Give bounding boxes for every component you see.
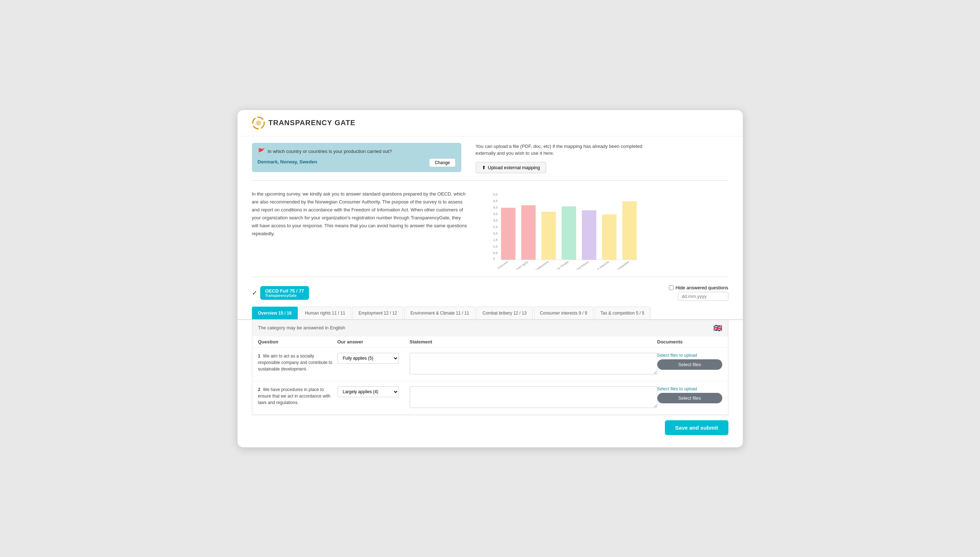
bottom-bar: Save and submit <box>238 415 743 436</box>
x-label-overview: Overview <box>497 260 509 269</box>
answer-select-2[interactable]: Fully applies (5) Largely applies (4) Pa… <box>338 386 399 397</box>
country-banner-inner: Denmark, Norway, Sweden Change <box>258 157 455 167</box>
uk-flag-icon: 🇬🇧 <box>713 324 722 332</box>
select-files-link-2[interactable]: Select files to upload <box>657 386 722 391</box>
question-cell-1: 1 We aim to act as a socially responsibl… <box>258 353 338 372</box>
y-label-1: 1,0 <box>493 244 498 248</box>
top-section: 🚩 In which country or countries is your … <box>238 136 743 177</box>
statement-cell-1 <box>410 353 657 376</box>
middle-section: In the upcoming survey, we kindly ask yo… <box>238 184 743 273</box>
answer-select-1[interactable]: Fully applies (5) Largely applies (4) Pa… <box>338 353 399 364</box>
col-answer: Our answer <box>338 339 410 345</box>
tab-employment[interactable]: Employment 12 / 12 <box>352 307 403 319</box>
x-label-combat-bribery: Combat bribery <box>571 260 589 269</box>
tab-tax-competition[interactable]: Tax & competition 5 / 5 <box>595 307 651 319</box>
svg-point-1 <box>256 121 261 125</box>
app-container: TRANSPARENCY GATE 🚩 In which country or … <box>238 110 743 447</box>
flag-icon: 🚩 <box>258 148 265 155</box>
oecd-badge: OECD Full 75 / 77 TransparencyGate <box>260 286 309 300</box>
x-label-employment: Employment <box>534 260 549 269</box>
tab-combat-bribery[interactable]: Combat bribery 12 / 13 <box>476 307 533 319</box>
x-label-consumer: Consumer interests <box>587 260 610 269</box>
country-banner: 🚩 In which country or countries is your … <box>252 143 461 172</box>
country-value: Denmark, Norway, Sweden <box>258 159 317 164</box>
col-documents: Documents <box>657 339 722 345</box>
bar-environment <box>562 206 576 260</box>
chart-container: 5,0 4,5 4,0 3,5 3,0 2,5 2,0 1,5 1,0 0,5 … <box>483 190 642 269</box>
y-label-5: 5,0 <box>493 193 498 196</box>
tab-consumer-interests[interactable]: Consumer interests 9 / 9 <box>534 307 594 319</box>
change-button[interactable]: Change <box>429 158 455 167</box>
y-label-2: 2,0 <box>493 231 498 235</box>
chart-svg: 5,0 4,5 4,0 3,5 3,0 2,5 2,0 1,5 1,0 0,5 … <box>483 190 642 269</box>
statement-textarea-2[interactable] <box>410 386 657 408</box>
upload-section: You can upload a file (PDF, doc, etc) if… <box>476 143 729 173</box>
app-title: TRANSPARENCY GATE <box>269 119 355 127</box>
question-num-1: 1 <box>258 353 261 358</box>
logo-icon <box>252 117 265 130</box>
tab-human-rights[interactable]: Human rights 11 / 11 <box>299 307 351 319</box>
header: TRANSPARENCY GATE <box>238 110 743 136</box>
progress-badge-wrapper: ✓ OECD Full 75 / 77 TransparencyGate <box>252 286 309 300</box>
answer-cell-1: Fully applies (5) Largely applies (4) Pa… <box>338 353 410 364</box>
lang-note: The category may be answered in English <box>258 325 346 331</box>
question-text-1: We aim to act as a socially responsible … <box>258 353 333 371</box>
y-label-0: 0 <box>493 257 495 261</box>
x-label-tax: Tax & competition <box>609 260 630 269</box>
bar-human-rights <box>521 205 536 260</box>
doc-cell-inner-2: Select files to upload Select files <box>657 386 722 403</box>
hide-answered-label[interactable]: Hide answered questions <box>669 285 729 290</box>
select-files-link-1[interactable]: Select files to upload <box>657 353 722 358</box>
oecd-badge-main: OECD Full 75 / 77 <box>265 288 304 294</box>
bar-overview <box>501 208 515 260</box>
statement-cell-2 <box>410 386 657 409</box>
table-header: Question Our answer Statement Documents <box>252 336 728 348</box>
checkmark-icon: ✓ <box>252 289 258 297</box>
upload-external-button[interactable]: ⬆ Upload external mapping <box>476 162 546 173</box>
y-label-05: 0,5 <box>493 251 498 255</box>
select-files-button-2[interactable]: Select files <box>657 393 722 403</box>
col-question: Question <box>258 339 338 345</box>
hide-answered-checkbox[interactable] <box>669 285 673 290</box>
doc-cell-2: Select files to upload Select files <box>657 386 722 403</box>
question-num-2: 2 <box>258 387 261 392</box>
tabs: Overview 15 / 16 Human rights 11 / 11 Em… <box>238 307 743 320</box>
x-label-human-rights: Human rights <box>513 260 529 269</box>
table-row: 1 We aim to act as a socially responsibl… <box>252 348 728 381</box>
statement-textarea-1[interactable] <box>410 353 657 375</box>
description-text: In the upcoming survey, we kindly ask yo… <box>252 190 468 238</box>
bar-employment <box>541 212 556 260</box>
y-label-15: 1,5 <box>493 238 498 242</box>
y-label-4: 4,0 <box>493 206 498 209</box>
hide-answered-section: Hide answered questions <box>669 285 729 301</box>
upload-description: You can upload a file (PDF, doc, etc) if… <box>476 143 656 157</box>
tab-overview[interactable]: Overview 15 / 16 <box>252 307 298 319</box>
y-label-45: 4,5 <box>493 199 498 203</box>
divider-2 <box>252 277 729 277</box>
doc-cell-inner-1: Select files to upload Select files <box>657 353 722 370</box>
question-cell-2: 2 We have procedures in place to ensure … <box>258 386 338 406</box>
question-text-2: We have procedures in place to ensure th… <box>258 387 331 405</box>
doc-cell-1: Select files to upload Select files <box>657 353 722 370</box>
col-statement: Statement <box>410 339 657 345</box>
bar-combat-bribery <box>582 210 596 260</box>
upload-icon: ⬆ <box>482 165 486 170</box>
oecd-badge-sub: TransparencyGate <box>265 294 297 298</box>
country-banner-question: In which country or countries is your pr… <box>268 149 392 154</box>
tab-environment[interactable]: Environment & Climate 11 / 11 <box>404 307 475 319</box>
table-lang-bar: The category may be answered in English … <box>252 320 728 336</box>
country-banner-header: 🚩 In which country or countries is your … <box>258 148 455 155</box>
table-row: 2 We have procedures in place to ensure … <box>252 381 728 415</box>
y-label-25: 2,5 <box>493 225 498 229</box>
select-files-button-1[interactable]: Select files <box>657 359 722 370</box>
progress-area: ✓ OECD Full 75 / 77 TransparencyGate Hid… <box>238 281 743 305</box>
table-area: The category may be answered in English … <box>252 320 729 415</box>
bar-consumer-interests <box>602 214 616 260</box>
answer-cell-2: Fully applies (5) Largely applies (4) Pa… <box>338 386 410 397</box>
bar-tax-competition <box>622 201 637 260</box>
save-submit-button[interactable]: Save and submit <box>665 420 728 435</box>
y-label-3: 3,0 <box>493 218 498 222</box>
date-filter-input[interactable] <box>678 292 729 301</box>
upload-button-label: Upload external mapping <box>488 165 540 170</box>
y-label-35: 3,5 <box>493 212 498 216</box>
